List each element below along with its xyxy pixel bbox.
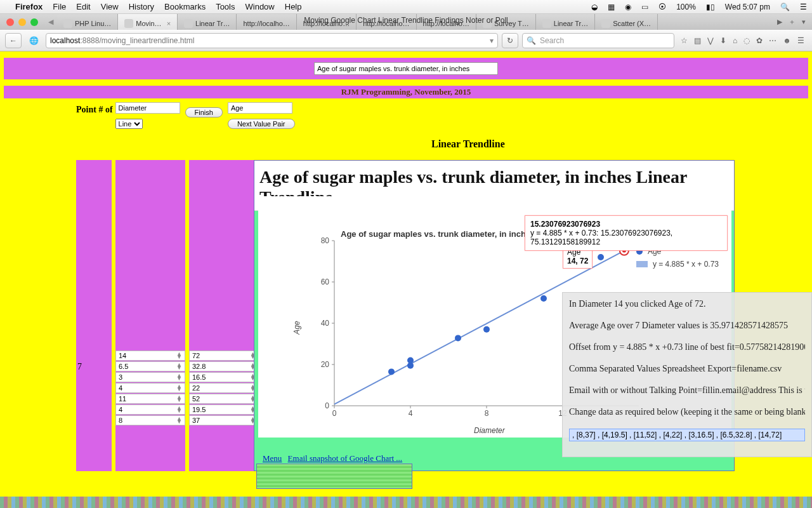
- stepper-icon[interactable]: ▲▼: [176, 417, 182, 424]
- reload-button[interactable]: ↻: [502, 33, 518, 48]
- stepper-icon[interactable]: ▲▼: [176, 363, 182, 370]
- chat-icon[interactable]: ☻: [783, 36, 791, 45]
- value-input[interactable]: 14▲▼: [115, 351, 185, 361]
- browser-tab[interactable]: http://localho…: [297, 14, 357, 30]
- value-input[interactable]: 4▲▼: [115, 404, 185, 415]
- addon-icon[interactable]: ✿: [756, 36, 763, 45]
- zoom-window-icon[interactable]: [30, 18, 38, 26]
- spotlight-icon[interactable]: 🔍: [780, 3, 790, 11]
- point-label: Point # of: [76, 102, 113, 115]
- favicon-icon: [483, 19, 492, 28]
- back-button[interactable]: ←: [5, 33, 22, 48]
- value-input[interactable]: 16.5▲▼: [189, 372, 259, 382]
- url-host: localhost: [50, 36, 80, 45]
- menubar-app[interactable]: Firefox: [15, 2, 43, 11]
- findings-line: Offset from y = 4.885 * x +0.73 line of …: [569, 342, 805, 352]
- browser-tab[interactable]: http://localho…: [417, 14, 476, 30]
- value-input[interactable]: 8▲▼: [115, 415, 185, 425]
- value-input[interactable]: 4▲▼: [115, 383, 185, 393]
- legend-bar-icon: [636, 261, 648, 267]
- value-input[interactable]: 52▲▼: [189, 394, 259, 404]
- clipboard-icon[interactable]: ▤: [694, 36, 701, 45]
- next-value-pair-button[interactable]: Next Value Pair: [228, 119, 295, 129]
- value-input[interactable]: 11▲▼: [115, 394, 185, 404]
- browser-tab[interactable]: Scatter (X…: [595, 14, 658, 30]
- menu-help[interactable]: Help: [285, 2, 302, 11]
- chart-type-select[interactable]: Line: [115, 119, 143, 129]
- linear-trendline-heading: Linear Trendline: [431, 138, 505, 150]
- y-name-input[interactable]: [228, 102, 292, 114]
- x-name-input[interactable]: [115, 102, 180, 114]
- x-values-column: 14▲▼6.5▲▼3▲▼4▲▼11▲▼4▲▼8▲▼: [115, 160, 185, 471]
- search-placeholder: Search: [540, 36, 564, 45]
- menu-bookmarks[interactable]: Bookmarks: [164, 2, 206, 11]
- close-window-icon[interactable]: [6, 18, 14, 26]
- data-edit-input[interactable]: [569, 429, 805, 441]
- stepper-icon[interactable]: ▲▼: [176, 385, 182, 391]
- url-bar[interactable]: localhost:8888/moving_lineartrendline.ht…: [46, 33, 498, 48]
- trendline-tooltip: 15.23076923076923 y = 4.885 * x + 0.73: …: [525, 215, 728, 251]
- favicon-icon: [542, 19, 551, 28]
- value-input[interactable]: 19.5▲▼: [189, 404, 259, 415]
- sync-icon[interactable]: ◌: [743, 36, 750, 45]
- menu-link[interactable]: Menu: [263, 453, 282, 463]
- downloads-icon[interactable]: ⬇: [720, 36, 726, 45]
- menu-history[interactable]: History: [129, 2, 154, 11]
- identity-icon[interactable]: 🌐: [25, 33, 42, 48]
- status-icon: ◒: [591, 3, 598, 11]
- menu-edit[interactable]: Edit: [76, 2, 90, 11]
- findings-line: Email with or without Talking Point=fill…: [569, 385, 805, 396]
- airplay-icon[interactable]: ▭: [641, 3, 648, 11]
- dropdown-icon[interactable]: ▾: [490, 36, 494, 45]
- browser-tab[interactable]: http://localho…: [357, 14, 416, 30]
- svg-text:40: 40: [321, 319, 330, 328]
- pocket-icon[interactable]: ⋁: [707, 36, 714, 45]
- mac-dock[interactable]: [0, 497, 812, 508]
- chart-legend: Age y = 4.885 * x + 0.73: [636, 247, 719, 272]
- minimize-window-icon[interactable]: [18, 18, 26, 26]
- stepper-icon[interactable]: ▲▼: [176, 396, 182, 402]
- tab-list: PHP Linu… Movin…× Linear Tr… http://loca…: [57, 14, 771, 30]
- value-input[interactable]: 72▲▼: [189, 351, 259, 361]
- bookmark-star-icon[interactable]: ☆: [681, 36, 688, 45]
- menu-window[interactable]: Window: [246, 2, 275, 11]
- chart-title-input[interactable]: [314, 62, 498, 75]
- home-icon[interactable]: ⌂: [733, 36, 737, 45]
- value-input[interactable]: 22▲▼: [189, 383, 259, 393]
- menu-view[interactable]: View: [101, 2, 119, 11]
- browser-tab[interactable]: Movin…×: [118, 14, 178, 30]
- hamburger-icon[interactable]: ☰: [797, 36, 804, 45]
- value-input[interactable]: 6.5▲▼: [115, 361, 185, 371]
- browser-tab[interactable]: http://localho…: [237, 14, 296, 30]
- menubar-clock[interactable]: Wed 5:07 pm: [725, 3, 770, 11]
- svg-text:80: 80: [321, 236, 330, 245]
- wifi-icon[interactable]: ⦿: [658, 3, 666, 11]
- menu-file[interactable]: File: [53, 2, 66, 11]
- close-tab-icon[interactable]: ×: [167, 20, 171, 27]
- browser-tab[interactable]: PHP Linu…: [57, 14, 118, 30]
- tab-scroll-right-icon[interactable]: ▶: [777, 18, 782, 26]
- findings-line: In Diameter 14 you clicked Age of 72.: [569, 299, 805, 309]
- value-input[interactable]: 32.8▲▼: [189, 361, 259, 371]
- value-input[interactable]: 3▲▼: [115, 372, 185, 382]
- stepper-icon[interactable]: ▲▼: [176, 406, 182, 413]
- favicon-icon: [63, 19, 72, 28]
- all-tabs-icon[interactable]: ▾: [802, 18, 806, 26]
- stepper-icon[interactable]: ▲▼: [176, 374, 182, 380]
- tab-scroll-left-icon[interactable]: ◀: [44, 14, 57, 30]
- email-snapshot-link[interactable]: Email snapshot of Google Chart ...: [288, 453, 403, 463]
- status-icon: ◉: [625, 3, 631, 11]
- stepper-icon[interactable]: ▲▼: [176, 352, 182, 359]
- browser-tab[interactable]: Linear Tr…: [536, 14, 595, 30]
- browser-tab[interactable]: Linear Tr…: [178, 14, 237, 30]
- menu-icon[interactable]: ☰: [800, 3, 807, 11]
- window-controls[interactable]: [0, 14, 44, 30]
- overflow-icon[interactable]: ⋯: [769, 36, 776, 45]
- findings-line: Change data as required below (keeping i…: [569, 407, 805, 417]
- menu-tools[interactable]: Tools: [216, 2, 235, 11]
- new-tab-icon[interactable]: ＋: [789, 17, 796, 27]
- value-input[interactable]: 37▲▼: [189, 415, 259, 425]
- search-bar[interactable]: 🔍 Search: [522, 33, 674, 48]
- status-icon: ▦: [608, 3, 615, 11]
- browser-tab[interactable]: Survey T…: [476, 14, 536, 30]
